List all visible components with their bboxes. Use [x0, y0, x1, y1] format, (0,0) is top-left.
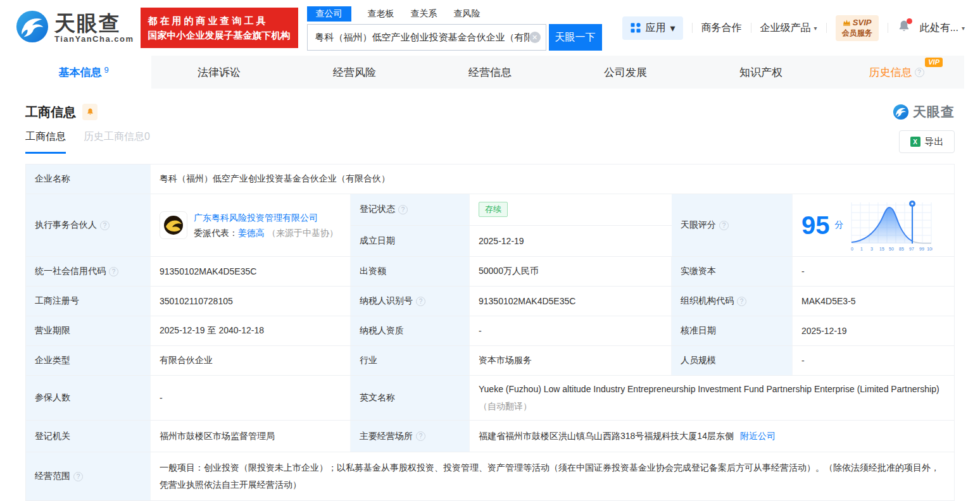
taxpayer-qualification-value: - [470, 316, 672, 345]
industry-value: 资本市场服务 [470, 346, 672, 375]
divider [888, 23, 888, 33]
regno-value: 350102110728105 [151, 287, 351, 316]
subtab-business-info[interactable]: 工商信息 [25, 130, 66, 154]
search-input[interactable] [315, 32, 529, 43]
help-icon[interactable]: ? [73, 472, 83, 481]
search-area: 查公司 查老板 查关系 查风险 ✕ 天眼一下 [307, 6, 602, 51]
tab-operation-risk[interactable]: 经营风险 [287, 56, 422, 89]
partner-company-link[interactable]: 广东粤科风险投资管理有限公司 [194, 213, 318, 223]
taxpayer-qualification-label: 纳税人资质 [351, 316, 470, 345]
tianyancha-logo[interactable]: 天眼查 TianYanCha.com [15, 9, 134, 46]
business-term-label: 营业期限 [26, 316, 151, 345]
partner-company-avatar [160, 211, 187, 239]
brand-name: 天眼查 [54, 13, 134, 34]
svip-member-button[interactable]: SVIP 会员服务 [836, 15, 879, 41]
search-tab-risk[interactable]: 查风险 [454, 6, 481, 22]
english-name-value: Yueke (Fuzhou) Low altitude Industry Ent… [470, 376, 954, 420]
regno-label: 工商注册号 [26, 287, 151, 316]
help-icon[interactable]: ? [737, 297, 746, 306]
uscc-value: 91350102MAK4D5E35C [151, 257, 351, 286]
tab-legal-proceedings[interactable]: 法律诉讼 [151, 56, 287, 89]
subscribe-bell-icon[interactable] [82, 104, 97, 120]
help-icon[interactable]: ? [100, 221, 110, 230]
business-cooperation-link[interactable]: 商务合作 [701, 22, 742, 35]
establish-date-value: 2025-12-19 [470, 226, 672, 257]
apps-grid-icon [630, 22, 641, 34]
registration-authority-value: 福州市鼓楼区市场监督管理局 [151, 421, 351, 452]
svg-text:85: 85 [899, 247, 904, 251]
apps-button[interactable]: 应用 ▾ [622, 16, 683, 40]
tianyan-score-value[interactable]: 95 分 [793, 194, 954, 256]
search-tab-relation[interactable]: 查关系 [411, 6, 437, 22]
registration-authority-label: 登记机关 [26, 421, 151, 452]
tab-intellectual-property[interactable]: 知识产权 [693, 56, 829, 89]
chevron-down-icon: ▾ [814, 25, 817, 32]
tab-basic-info[interactable]: 基本信息 9 [16, 56, 151, 89]
representative-link[interactable]: 姜德高 [238, 228, 265, 238]
business-term-value: 2025-12-19 至 2040-12-18 [151, 316, 351, 345]
main-premises-value: 福建省福州市鼓楼区洪山镇乌山西路318号福规科技大厦14层东侧 附近公司 [470, 421, 954, 452]
company-name-label: 企业名称 [26, 164, 151, 194]
auto-translate-note: （自动翻译） [479, 401, 532, 411]
export-button[interactable]: X 导出 [899, 130, 955, 153]
help-icon[interactable]: ? [416, 431, 425, 441]
enterprise-products-link[interactable]: 企业级产品 ▾ [760, 22, 817, 35]
company-name-value: 粤科（福州）低空产业创业投资基金合伙企业（有限合伙） [151, 164, 954, 194]
industry-label: 行业 [351, 346, 470, 375]
divider [692, 23, 693, 33]
table-row: 经营范围 ? 一般项目：创业投资（限投资未上市企业）；以私募基金从事股权投资、投… [26, 452, 954, 501]
tab-company-development[interactable]: 公司发展 [558, 56, 693, 89]
english-name-label: 英文名称 [351, 376, 470, 420]
tab-history-info[interactable]: VIP 历史信息 ? [829, 56, 964, 89]
notification-bell-icon[interactable] [897, 20, 911, 36]
business-info-table: 企业名称 粤科（福州）低空产业创业投资基金合伙企业（有限合伙） 执行事务合伙人 … [25, 164, 955, 501]
svg-text:50: 50 [889, 247, 894, 251]
uscc-label: 统一社会信用代码 ? [26, 257, 151, 286]
tab-label: 基本信息 [58, 65, 101, 80]
capital-label: 出资额 [351, 257, 470, 286]
subtab-history-business-info[interactable]: 历史工商信息0 [84, 130, 150, 152]
nearby-companies-link[interactable]: 附近公司 [740, 431, 776, 442]
search-tab-company[interactable]: 查公司 [307, 6, 351, 22]
help-icon[interactable]: ? [719, 221, 729, 230]
tianyan-score-label: 天眼评分 ? [672, 194, 793, 256]
establish-date-label: 成立日期 [351, 226, 470, 257]
user-name: 此处有... [920, 22, 958, 35]
tab-operation-info[interactable]: 经营信息 [422, 56, 558, 89]
rep-label: 委派代表： [194, 228, 238, 238]
brand-domain: TianYanCha.com [54, 34, 134, 44]
excel-icon: X [910, 137, 920, 147]
reg-status-label: 登记状态 ? [351, 194, 470, 225]
business-scope-value: 一般项目：创业投资（限投资未上市企业）；以私募基金从事股权投资、投资管理、资产管… [151, 452, 954, 500]
search-box: ✕ [307, 24, 546, 51]
table-row: 营业期限 2025-12-19 至 2040-12-18 纳税人资质 - 核准日… [26, 316, 954, 346]
svg-text:15: 15 [879, 247, 884, 251]
taxid-label: 纳税人识别号 ? [351, 287, 470, 316]
orgcode-label: 组织机构代码 ? [672, 287, 793, 316]
search-button[interactable]: 天眼一下 [549, 24, 602, 51]
business-scope-label: 经营范围 ? [26, 452, 151, 500]
help-icon[interactable]: ? [915, 68, 924, 77]
promo-line2: 国家中小企业发展子基金旗下机构 [148, 28, 291, 42]
help-icon[interactable]: ? [109, 267, 118, 276]
divider [751, 23, 751, 33]
help-icon[interactable]: ? [398, 205, 408, 214]
staff-size-value: - [793, 346, 954, 375]
search-tab-boss[interactable]: 查老板 [368, 6, 394, 22]
enterprise-products-label: 企业级产品 [760, 22, 811, 35]
svg-text:0: 0 [851, 247, 853, 251]
search-tabs: 查公司 查老板 查关系 查风险 [307, 6, 602, 22]
crown-icon [843, 19, 851, 26]
table-row: 参保人数 - 英文名称 Yueke (Fuzhou) Low altitude … [26, 376, 954, 421]
company-nav-tabs: 基本信息 9 法律诉讼 经营风险 经营信息 公司发展 知识产权 VIP 历史信息… [16, 56, 964, 89]
user-menu[interactable]: 此处有... ▾ [920, 22, 965, 35]
rep-source: （来源于中基协） [267, 228, 338, 238]
insured-count-label: 参保人数 [26, 376, 151, 420]
tab-count: 9 [104, 65, 108, 75]
table-row: 工商注册号 350102110728105 纳税人识别号 ? 91350102M… [26, 287, 954, 316]
clear-icon[interactable]: ✕ [529, 32, 541, 43]
vip-badge: VIP [925, 58, 943, 67]
help-icon[interactable]: ? [416, 297, 425, 306]
executive-partner-label: 执行事务合伙人 ? [26, 194, 151, 256]
export-label: 导出 [925, 136, 944, 148]
